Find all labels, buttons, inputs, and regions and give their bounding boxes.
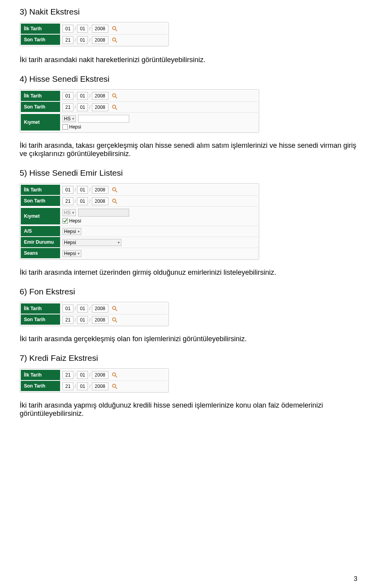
svg-point-16 bbox=[113, 318, 116, 321]
ilk-tarih-month[interactable] bbox=[77, 186, 88, 194]
label-son-tarih: Son Tarih bbox=[21, 381, 60, 391]
calendar-picker-icon[interactable] bbox=[112, 198, 118, 204]
seans-select[interactable]: Hepsi▾ bbox=[62, 250, 81, 257]
son-tarih-month[interactable] bbox=[77, 103, 88, 111]
son-tarih-year[interactable] bbox=[92, 382, 108, 390]
date-separator: / bbox=[89, 105, 90, 110]
label-kiymet: Kıymet bbox=[21, 208, 60, 224]
son-tarih-year[interactable] bbox=[92, 197, 108, 205]
label-kiymet: Kıymet bbox=[21, 114, 60, 130]
ilk-tarih-year[interactable] bbox=[92, 92, 108, 100]
svg-point-14 bbox=[113, 307, 116, 310]
son-tarih-day[interactable] bbox=[62, 316, 73, 324]
ilk-tarih-day[interactable] bbox=[62, 92, 73, 100]
svg-line-10 bbox=[115, 191, 117, 192]
son-tarih-day[interactable] bbox=[62, 103, 73, 111]
son-tarih-day[interactable] bbox=[62, 382, 73, 390]
section-7-heading: 7) Kredi Faiz Ekstresi bbox=[20, 353, 357, 363]
ilk-tarih-day[interactable] bbox=[62, 186, 73, 194]
emir-durumu-select[interactable]: Hepsi▾ bbox=[62, 239, 121, 246]
svg-line-3 bbox=[115, 41, 117, 42]
label-ilk-tarih: İlk Tarih bbox=[21, 303, 60, 314]
chevron-down-icon: ▾ bbox=[78, 252, 80, 255]
hepsi-checkbox[interactable]: Hepsi bbox=[62, 124, 81, 130]
ilk-tarih-year[interactable] bbox=[92, 25, 108, 33]
son-tarih-year[interactable] bbox=[92, 36, 108, 44]
svg-line-15 bbox=[115, 309, 117, 311]
label-son-tarih: Son Tarih bbox=[21, 314, 60, 325]
section-3-heading: 3) Nakit Ekstresi bbox=[20, 7, 357, 17]
kiymet-input[interactable] bbox=[78, 115, 129, 123]
son-tarih-month[interactable] bbox=[77, 382, 88, 390]
son-tarih-month[interactable] bbox=[77, 316, 88, 324]
ilk-tarih-year[interactable] bbox=[92, 186, 108, 194]
calendar-picker-icon[interactable] bbox=[112, 372, 118, 379]
son-tarih-day[interactable] bbox=[62, 197, 73, 205]
svg-point-0 bbox=[113, 27, 116, 30]
date-separator: / bbox=[75, 306, 76, 311]
date-separator: / bbox=[89, 317, 90, 323]
date-separator: / bbox=[89, 372, 90, 378]
label-ilk-tarih: İlk Tarih bbox=[21, 24, 60, 34]
calendar-picker-icon[interactable] bbox=[112, 37, 118, 43]
son-tarih-day[interactable] bbox=[62, 36, 73, 44]
ilk-tarih-month[interactable] bbox=[77, 25, 88, 33]
section-4-heading: 4) Hisse Senedi Ekstresi bbox=[20, 74, 357, 84]
kiymet-input[interactable] bbox=[78, 209, 129, 217]
chevron-down-icon: ▾ bbox=[78, 230, 80, 233]
date-separator: / bbox=[89, 187, 90, 193]
label-as: A/S bbox=[21, 226, 60, 236]
section-5-body: İki tarih arasında internet üzerinden gi… bbox=[20, 268, 357, 277]
date-separator: / bbox=[75, 105, 76, 110]
label-ilk-tarih: İlk Tarih bbox=[21, 185, 60, 195]
date-separator: / bbox=[89, 384, 90, 389]
section-6-heading: 6) Fon Ekstresi bbox=[20, 287, 357, 296]
section-7-body: İki tarih arasında yapmış olduğunuz kred… bbox=[20, 401, 357, 418]
label-son-tarih: Son Tarih bbox=[21, 196, 60, 206]
section-3-body: İki tarih arasındaki nakit hareketlerini… bbox=[20, 56, 357, 64]
calendar-picker-icon[interactable] bbox=[112, 93, 118, 99]
date-separator: / bbox=[75, 317, 76, 323]
kiymet-select[interactable]: HS▾ bbox=[62, 115, 76, 122]
son-tarih-year[interactable] bbox=[92, 103, 108, 111]
ilk-tarih-month[interactable] bbox=[77, 92, 88, 100]
svg-line-1 bbox=[115, 29, 117, 31]
kiymet-select[interactable]: HS▾ bbox=[62, 209, 76, 216]
ilk-tarih-year[interactable] bbox=[92, 305, 108, 312]
ilk-tarih-month[interactable] bbox=[77, 371, 88, 379]
calendar-picker-icon[interactable] bbox=[112, 316, 118, 323]
label-son-tarih: Son Tarih bbox=[21, 35, 60, 45]
date-separator: / bbox=[89, 306, 90, 311]
section-5-heading: 5) Hisse Senedi Emir Listesi bbox=[20, 168, 357, 178]
section-4-body: İki tarih arasında, takası gerçekleşmiş … bbox=[20, 141, 357, 158]
form-kredi-faiz-ekstresi: İlk Tarih / / Son Tarih / / bbox=[20, 368, 169, 393]
date-separator: / bbox=[75, 384, 76, 389]
son-tarih-month[interactable] bbox=[77, 197, 88, 205]
svg-point-2 bbox=[113, 38, 116, 41]
date-separator: / bbox=[89, 37, 90, 43]
as-select[interactable]: Hepsi▾ bbox=[62, 228, 81, 235]
ilk-tarih-day[interactable] bbox=[62, 305, 73, 312]
form-emir-listesi: İlk Tarih / / Son Tarih / / bbox=[20, 183, 259, 260]
ilk-tarih-day[interactable] bbox=[62, 25, 73, 33]
son-tarih-year[interactable] bbox=[92, 316, 108, 324]
svg-line-5 bbox=[115, 97, 117, 98]
date-separator: / bbox=[89, 198, 90, 204]
hepsi-checkbox[interactable]: Hepsi bbox=[62, 218, 81, 224]
form-nakit-ekstresi: İlk Tarih / / Son Tarih / / bbox=[20, 22, 169, 46]
date-separator: / bbox=[75, 198, 76, 204]
date-separator: / bbox=[75, 93, 76, 99]
form-hisse-senedi-ekstresi: İlk Tarih / / Son Tarih / / bbox=[20, 89, 259, 133]
calendar-picker-icon[interactable] bbox=[112, 187, 118, 193]
ilk-tarih-day[interactable] bbox=[62, 371, 73, 379]
calendar-picker-icon[interactable] bbox=[112, 305, 118, 312]
calendar-picker-icon[interactable] bbox=[112, 383, 118, 390]
ilk-tarih-month[interactable] bbox=[77, 305, 88, 312]
label-ilk-tarih: İlk Tarih bbox=[21, 91, 60, 101]
calendar-picker-icon[interactable] bbox=[112, 26, 118, 32]
svg-line-12 bbox=[115, 202, 117, 204]
calendar-picker-icon[interactable] bbox=[112, 104, 118, 110]
ilk-tarih-year[interactable] bbox=[92, 371, 108, 379]
svg-point-4 bbox=[113, 94, 116, 97]
son-tarih-month[interactable] bbox=[77, 36, 88, 44]
